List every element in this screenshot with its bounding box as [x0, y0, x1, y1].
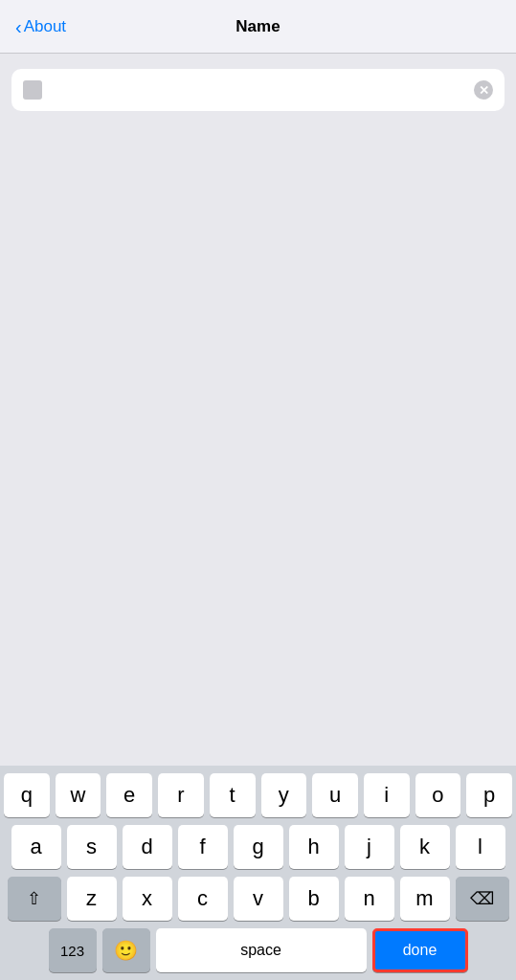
key-o[interactable]: o [415, 773, 461, 817]
key-f[interactable]: f [178, 825, 228, 869]
key-v[interactable]: v [234, 877, 283, 921]
back-label: About [24, 17, 66, 36]
space-button[interactable]: space [156, 928, 367, 972]
shift-icon: ⇧ [27, 888, 41, 909]
keyboard-row-2: a s d f g h j k l [4, 825, 512, 869]
content-area: ✕ [0, 54, 516, 126]
key-n[interactable]: n [345, 877, 394, 921]
key-d[interactable]: d [123, 825, 172, 869]
chevron-left-icon: ‹ [15, 17, 22, 36]
key-m[interactable]: m [400, 877, 450, 921]
input-row: ✕ [11, 69, 505, 111]
key-h[interactable]: h [289, 825, 339, 869]
key-y[interactable]: y [261, 773, 307, 817]
keyboard: q w e r t y u i o p a s d f g h j k l ⇧ … [0, 766, 516, 980]
backspace-button[interactable]: ⌫ [456, 877, 509, 921]
backspace-icon: ⌫ [470, 888, 494, 909]
keyboard-row-4: 123 🙂 space done [4, 928, 512, 972]
nav-bar: ‹ About Name [0, 0, 516, 54]
key-q[interactable]: q [4, 773, 50, 817]
clear-button[interactable]: ✕ [474, 80, 493, 100]
space-label: space [240, 942, 281, 959]
key-x[interactable]: x [123, 877, 172, 921]
page-title: Name [236, 17, 280, 36]
key-w[interactable]: w [56, 773, 101, 817]
emoji-icon: 🙂 [114, 939, 138, 962]
key-z[interactable]: z [67, 877, 117, 921]
done-label: done [403, 942, 437, 959]
key-j[interactable]: j [345, 825, 394, 869]
key-r[interactable]: r [158, 773, 204, 817]
emoji-button[interactable]: 🙂 [102, 928, 150, 972]
back-button[interactable]: ‹ About [8, 10, 74, 44]
key-p[interactable]: p [466, 773, 512, 817]
key-i[interactable]: i [364, 773, 410, 817]
key-a[interactable]: a [11, 825, 61, 869]
key-u[interactable]: u [312, 773, 358, 817]
key-l[interactable]: l [456, 825, 505, 869]
input-icon [23, 80, 42, 100]
key-k[interactable]: k [400, 825, 450, 869]
key-s[interactable]: s [67, 825, 117, 869]
name-input[interactable] [50, 80, 474, 100]
close-icon: ✕ [479, 83, 489, 98]
done-button[interactable]: done [372, 928, 468, 972]
keyboard-row-1: q w e r t y u i o p [4, 773, 512, 817]
number-mode-button[interactable]: 123 [49, 928, 97, 972]
key-e[interactable]: e [106, 773, 152, 817]
key-t[interactable]: t [210, 773, 256, 817]
key-g[interactable]: g [234, 825, 283, 869]
key-b[interactable]: b [289, 877, 339, 921]
key-c[interactable]: c [178, 877, 228, 921]
number-mode-label: 123 [60, 943, 84, 959]
shift-button[interactable]: ⇧ [8, 877, 61, 921]
keyboard-row-3: ⇧ z x c v b n m ⌫ [4, 877, 512, 921]
